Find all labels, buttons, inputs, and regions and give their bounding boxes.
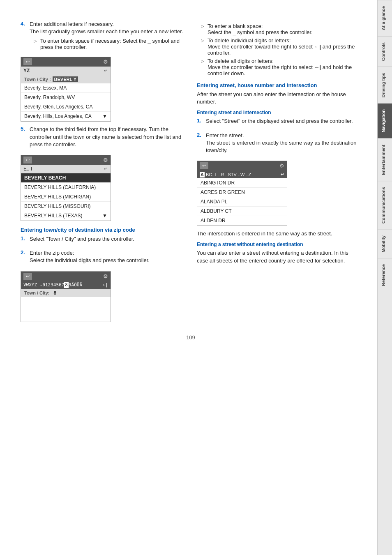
mockup3-header: ↩ ⚙ (21, 272, 111, 281)
mockup1-input-row: YZ ↵ (21, 67, 111, 75)
bullet-blank-space-right: ▷ To enter a blank space:Select the _ sy… (201, 23, 361, 35)
scroll-arrow-icon: ▼ (102, 113, 107, 119)
street-item-2: 2. Enter the street. The street is enter… (197, 132, 361, 157)
right-column: ▷ To enter a blank space:Select the _ sy… (197, 21, 361, 326)
zip-item-2-num: 2. (21, 249, 26, 267)
two-col-layout: 4. Enter additional letters if necessary… (21, 21, 361, 326)
mockup2-header: ↩ ⚙ (21, 155, 111, 165)
sidebar-item-at-a-glance[interactable]: At a glance (378, 0, 392, 36)
mockup2-input-row: E.. I ↵ (21, 165, 111, 173)
town-value: BEVERL Y (53, 76, 78, 82)
sidebar-item-communications[interactable]: Communications (378, 181, 392, 229)
street-intro: After the street you can also enter the … (197, 91, 361, 106)
settings-icon2: ⚙ (103, 157, 108, 163)
settings-icon3: ⚙ (103, 273, 108, 279)
mockup-street-list: ↩ ⚙ A BC..L ..R ..STV ..W ..Z ↵ ABINGTON… (197, 161, 291, 226)
bullet-arrow-icon-r3: ▷ (201, 59, 205, 63)
mockup3-empty-space (21, 297, 111, 322)
back-icon: ↩ (26, 59, 30, 64)
zip-item-2-text: Enter the zip code: Select the individua… (30, 249, 184, 264)
bullet-delete-individual: ▷ To delete individual digits or letters… (201, 37, 361, 56)
bullet-text-r3: To delete all digits or letters:Move the… (208, 58, 361, 76)
mockup2-back-button[interactable]: ↩ (23, 157, 32, 164)
sidebar-item-controls[interactable]: Controls (378, 36, 392, 67)
list-item-beverly-hills-ca: BEVERLY HILLS (CALIFORNIA) (21, 183, 111, 192)
mockup1-input-value: YZ (23, 68, 30, 74)
street-intersection-subheading: Entering street and intersection (197, 110, 361, 115)
scroll-arrow-icon2: ▼ (102, 213, 107, 219)
town-label3: Town / City: (24, 290, 50, 295)
item-5-content: Change to the third field from the top i… (30, 126, 184, 151)
bullet-text-r1: To enter a blank space:Select the _ symb… (208, 23, 313, 35)
bullet-blank-space-text: To enter blank space if necessary: Selec… (40, 38, 184, 50)
page-container: 4. Enter additional letters if necessary… (0, 0, 392, 555)
bullet-delete-all: ▷ To delete all digits or letters:Move t… (201, 58, 361, 76)
mockup1-header: ↩ ⚙ (21, 57, 111, 67)
mockup3-town-row: Town / City: 8 (21, 289, 111, 297)
intersection-note: The intersection is entered in the same … (197, 230, 361, 237)
zip-item-2-content: Enter the zip code: Select the individua… (30, 249, 184, 267)
main-content: 4. Enter additional letters if necessary… (0, 0, 377, 555)
mockup-city-list: ↩ ⚙ YZ ↵ Town / City : BEVERL Y (21, 57, 115, 122)
bullet-arrow-icon: ▷ (34, 39, 38, 43)
list-item-beverly-hills-mi: BEVERLY HILLS (MICHIGAN) (21, 192, 111, 202)
zip-item-1-num: 1. (21, 235, 26, 245)
back-icon2: ↩ (26, 157, 30, 163)
town-value3: 8 (54, 290, 57, 296)
mockup-zip: ↩ ⚙ VWXYZ -0123456789ÄÖÜÄ ←| Town / City… (21, 271, 115, 322)
settings-icon: ⚙ (103, 59, 108, 65)
section-zip-heading: Entering town/city of destination via zi… (21, 227, 184, 233)
sidebar-item-reference[interactable]: Reference (378, 258, 392, 292)
street-item-1-content: Select "Street" or the displayed street … (206, 117, 361, 127)
bullet-arrow-icon-r2: ▷ (201, 38, 205, 43)
numpad-text: VWXYZ -0123456789ÄÖÜÄ (23, 282, 82, 288)
item-4-text: Enter additional letters if necessary. T… (30, 21, 184, 35)
abc-enter-icon: ↵ (281, 172, 284, 177)
street-item-1: 1. Select "Street" or the displayed stre… (197, 117, 361, 127)
list-item-beverly-beach: BEVERLY BEACH (21, 173, 111, 183)
mockup4-back-button[interactable]: ↩ (200, 162, 208, 169)
list-item-beverly-essex: Beverly, Essex, MA (21, 83, 111, 93)
zip-item-1-content: Select "Town / City" and press the contr… (30, 235, 184, 245)
back-icon3: ↩ (26, 274, 30, 279)
mockup2-input-value: E.. I (23, 166, 32, 172)
list-item-alden: ALDEN DR (197, 216, 287, 226)
mockup4-header: ↩ ⚙ (197, 161, 287, 170)
sidebar-item-entertainment[interactable]: Entertainment (378, 138, 392, 181)
abc-highlight: A (200, 172, 205, 177)
list-item-text2: BEVERLY HILLS (TEXAS) (24, 213, 83, 219)
street-item-2-num: 2. (197, 132, 203, 157)
list-item-aldbury: ALDBURY CT (197, 207, 287, 216)
item-5-num: 5. (21, 126, 26, 151)
item-4-num: 4. (21, 21, 26, 53)
list-item-text: Beverly, Hills, Los Angeles, CA (24, 113, 92, 119)
abc-text: A BC..L ..R ..STV ..W ..Z (200, 172, 251, 177)
mockup-beverly-hills: ↩ ⚙ E.. I ↵ BEVERLY BEACH BEVERLY HILLS … (21, 155, 115, 221)
back-icon4: ↩ (202, 163, 206, 168)
sidebar-item-mobility[interactable]: Mobility (378, 229, 392, 258)
sidebar-item-navigation[interactable]: Navigation (378, 103, 392, 138)
mockup1-back-button[interactable]: ↩ (23, 58, 32, 65)
mockup1-frame: ↩ ⚙ YZ ↵ Town / City : BEVERL Y (21, 57, 111, 122)
street-item-2-content: Enter the street. The street is entered … (206, 132, 361, 157)
street-item-2-text: Enter the street. The street is entered … (206, 132, 361, 154)
mockup3-frame: ↩ ⚙ VWXYZ -0123456789ÄÖÜÄ ←| Town / City… (21, 271, 111, 322)
mockup3-back-button[interactable]: ↩ (23, 273, 32, 280)
highlighted-digit: 8 (64, 282, 69, 288)
street-item-1-text: Select "Street" or the displayed street … (206, 117, 361, 125)
list-item-beverly-hills-mo: BEVERLY HILLS (MISSOURI) (21, 202, 111, 211)
street-no-dest-subheading: Entering a street without entering desti… (197, 242, 361, 247)
item-4: 4. Enter additional letters if necessary… (21, 21, 184, 53)
sidebar-item-driving-tips[interactable]: Driving tips (378, 67, 392, 104)
street-no-dest-text: You can also enter a street without ente… (197, 249, 361, 264)
list-item-alanda: ALANDA PL (197, 197, 287, 207)
mockup3-numpad-row: VWXYZ -0123456789ÄÖÜÄ ←| (21, 281, 111, 289)
bullet-arrow-icon-r1: ▷ (201, 24, 205, 28)
bullet-text-r2: To delete individual digits or letters:M… (208, 37, 361, 56)
list-item-acres: ACRES DR GREEN (197, 188, 287, 197)
zip-item-1: 1. Select "Town / City" and press the co… (21, 235, 184, 245)
item-4-bullets: ▷ To enter blank space if necessary: Sel… (34, 38, 184, 50)
zip-item-2: 2. Enter the zip code: Select the indivi… (21, 249, 184, 267)
list-item-beverly-randolph: Beverly, Randolph, WV (21, 93, 111, 102)
town-label: Town / City : (24, 77, 51, 82)
